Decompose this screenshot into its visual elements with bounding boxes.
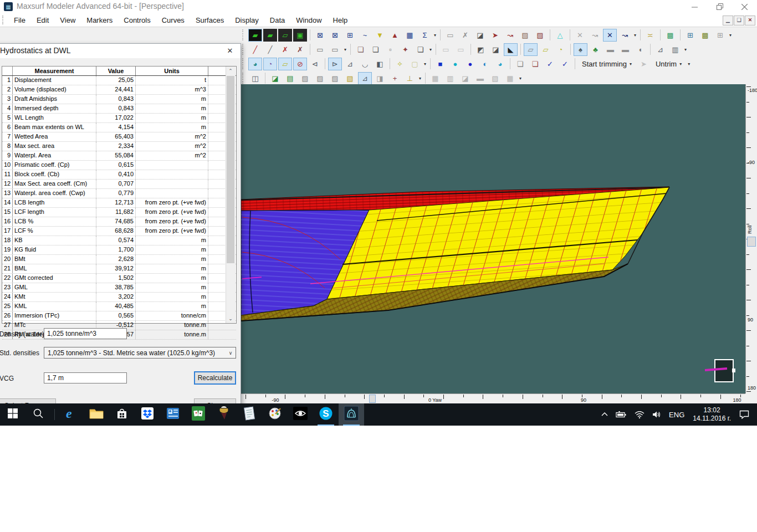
- toolbar-button[interactable]: ▱: [539, 43, 553, 56]
- toolbar-button[interactable]: ◨: [373, 72, 387, 85]
- menu-help[interactable]: Help: [328, 14, 354, 26]
- table-row[interactable]: 6Beam max extents on WL4,154m: [2, 123, 236, 132]
- toolbar-button[interactable]: ✗: [458, 29, 472, 42]
- std-densities-select[interactable]: 1,025 tonne/m^3 - Std. Metric sea water …: [44, 347, 236, 359]
- toolbar-button[interactable]: ▱: [524, 43, 538, 56]
- toolbar-overflow-caret-icon[interactable]: ▾: [342, 47, 348, 52]
- table-row[interactable]: 19KG fluid1,700m: [2, 245, 236, 255]
- table-row[interactable]: 13Waterpl. area coeff. (Cwp)0,779: [2, 189, 236, 198]
- tray-chevron-icon[interactable]: [597, 403, 612, 426]
- window-minimize-button[interactable]: [682, 0, 707, 13]
- toolbar-overflow-caret-icon[interactable]: ▾: [728, 33, 733, 38]
- start-button[interactable]: [0, 403, 25, 426]
- toolbar-button[interactable]: ⊠: [328, 29, 342, 42]
- toolbar-button[interactable]: ⊘: [293, 58, 307, 70]
- taskbar-app-store[interactable]: [109, 403, 135, 426]
- menu-drag-handle[interactable]: [2, 16, 6, 24]
- toolbar-button[interactable]: ╱: [248, 43, 262, 56]
- table-row[interactable]: 18KB0,574m: [2, 236, 236, 245]
- menu-curves[interactable]: Curves: [156, 14, 190, 26]
- table-row[interactable]: 7Wetted Area65,403m^2: [2, 132, 236, 142]
- toolbar-button[interactable]: ➤: [637, 58, 651, 70]
- table-row[interactable]: 9Waterpl. Area55,084m^2: [2, 151, 236, 161]
- table-row[interactable]: 10Prismatic coeff. (Cp)0,615: [2, 161, 236, 170]
- toolbar-button[interactable]: ▼: [373, 29, 387, 42]
- table-row[interactable]: 24KMt3,202m: [2, 293, 236, 302]
- toolbar-button[interactable]: ▦: [403, 29, 417, 42]
- scroll-up-icon[interactable]: ⌃: [226, 66, 235, 75]
- notification-center-icon[interactable]: [735, 403, 757, 426]
- untrim-button[interactable]: Untrim▾: [651, 58, 686, 70]
- toolbar-button[interactable]: ✗: [293, 43, 307, 56]
- toolbar-button[interactable]: ❏: [513, 58, 527, 70]
- toolbar-button[interactable]: ▧: [488, 72, 502, 85]
- toolbar-button[interactable]: ▥: [668, 43, 682, 56]
- roll-ruler[interactable]: -180-9090180Roll: [745, 84, 757, 393]
- taskbar-app-skype[interactable]: S: [313, 403, 339, 426]
- toolbar-button[interactable]: ◔: [554, 43, 567, 56]
- toolbar-overflow-caret-icon[interactable]: ▾: [686, 62, 692, 66]
- toolbar-drag-handle[interactable]: [242, 44, 245, 55]
- toolbar-button[interactable]: ▦: [503, 72, 517, 85]
- taskbar-app-eye-app[interactable]: [288, 403, 313, 426]
- taskbar-app-genie[interactable]: [211, 403, 237, 426]
- toolbar-button[interactable]: ▲: [388, 29, 402, 42]
- toolbar-button[interactable]: ◖: [633, 43, 647, 56]
- table-row[interactable]: 21BML39,912m: [2, 264, 236, 274]
- dialog-close-icon[interactable]: ✕: [223, 45, 237, 57]
- toolbar-button[interactable]: ◩: [474, 43, 488, 56]
- table-row[interactable]: 17LCF %68,628from zero pt. (+ve fwd): [2, 227, 236, 236]
- start-trimming-button[interactable]: Start trimming▾: [577, 58, 636, 70]
- toolbar-button[interactable]: ▩: [698, 29, 712, 42]
- toolbar-button[interactable]: ◪: [473, 29, 487, 42]
- taskbar-app-dropbox[interactable]: [135, 403, 160, 426]
- menu-data[interactable]: Data: [264, 14, 290, 26]
- toolbar-button[interactable]: ▨: [313, 72, 327, 85]
- roll-slider-thumb[interactable]: [747, 237, 756, 247]
- toolbar-overflow-caret-icon[interactable]: ▾: [428, 47, 433, 52]
- window-close-button[interactable]: [732, 0, 757, 13]
- toolbar-button[interactable]: Σ: [418, 29, 432, 42]
- table-row[interactable]: 3Draft Amidships0,843m: [2, 95, 236, 104]
- toolbar-button[interactable]: ▬: [603, 43, 617, 56]
- table-row[interactable]: 16LCB %74,685from zero pt. (+ve fwd): [2, 217, 236, 227]
- toolbar-button[interactable]: △: [553, 29, 567, 42]
- table-row[interactable]: 2Volume (displaced)24,441m^3: [2, 85, 236, 95]
- taskbar-app-maxsurf[interactable]: [339, 403, 364, 426]
- mdi-restore-button[interactable]: ❑: [734, 16, 744, 25]
- toolbar-button[interactable]: ▬: [473, 72, 487, 85]
- toolbar-button[interactable]: ❏: [354, 43, 367, 56]
- toolbar-button[interactable]: ●: [448, 58, 462, 70]
- menu-file[interactable]: File: [8, 14, 31, 26]
- toolbar-button[interactable]: ◣: [504, 43, 518, 56]
- toolbar-button[interactable]: ⊞: [343, 29, 357, 42]
- toolbar-button[interactable]: ✓: [558, 58, 572, 70]
- toolbar-button[interactable]: ▱: [278, 58, 292, 70]
- toolbar-overflow-caret-icon[interactable]: ▾: [417, 76, 423, 81]
- toolbar-button[interactable]: ▭: [313, 43, 327, 56]
- header-measurement[interactable]: Measurement: [13, 66, 96, 75]
- table-row[interactable]: 5WL Length17,022m: [2, 114, 236, 123]
- table-row[interactable]: 1Displacement25,05t: [2, 76, 236, 85]
- toolbar-button[interactable]: ▨: [518, 29, 532, 42]
- toolbar-button[interactable]: ▭: [454, 43, 468, 56]
- toolbar-button[interactable]: ▭: [443, 29, 457, 42]
- toolbar-button[interactable]: ⊲: [308, 58, 322, 70]
- toolbar-overflow-caret-icon[interactable]: ▾: [432, 33, 438, 38]
- header-units[interactable]: Units: [136, 66, 208, 75]
- header-value[interactable]: Value: [96, 66, 136, 75]
- vcg-input[interactable]: [44, 372, 127, 383]
- toolbar-button[interactable]: ♠: [574, 43, 587, 56]
- toolbar-button[interactable]: ╱: [263, 43, 277, 56]
- toolbar-button[interactable]: ◪: [489, 43, 503, 56]
- toolbar-button[interactable]: ◡: [358, 58, 372, 70]
- volume-icon[interactable]: [648, 403, 665, 426]
- toolbar-button[interactable]: ≍: [643, 29, 657, 42]
- toolbar-button[interactable]: ▧: [343, 72, 357, 85]
- toolbar-button[interactable]: ◧: [373, 58, 387, 70]
- table-row[interactable]: 26Immersion (TPc)0,565tonne/cm: [2, 311, 236, 321]
- toolbar-button[interactable]: ▭: [328, 43, 342, 56]
- toolbar-button[interactable]: ▰: [248, 29, 262, 42]
- toolbar-button[interactable]: ◐: [478, 58, 492, 70]
- toolbar-button[interactable]: ◕: [493, 58, 507, 70]
